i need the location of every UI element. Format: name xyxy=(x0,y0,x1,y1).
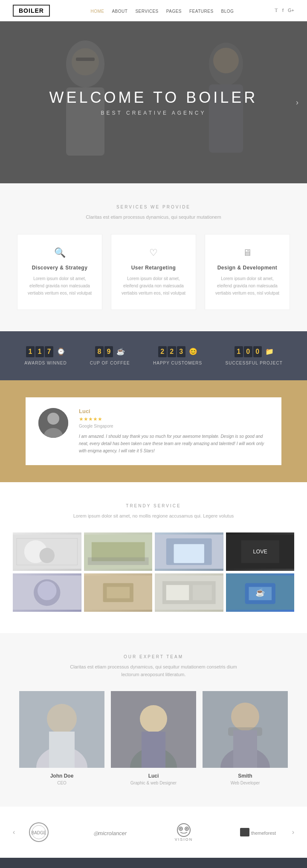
testimonial-text: I am amazed. I should say thank you so m… xyxy=(79,433,269,454)
social-icons: 𝕋 f G+ xyxy=(275,8,294,13)
hero-section: WELCOME TO BOILER BEST CREATIVE AGENCY › xyxy=(0,21,307,183)
counter-projects-digits: 1 0 0 xyxy=(235,346,262,357)
logo[interactable]: BOILER xyxy=(13,5,50,17)
service-title-1: Discovery & Strategy xyxy=(26,265,93,271)
counter-digit: 9 xyxy=(104,346,113,357)
counter-awards-digits: 1 1 7 xyxy=(26,346,53,357)
client-logo-3: VISION xyxy=(171,822,197,843)
gallery-item-4[interactable]: LOVE xyxy=(226,532,295,571)
services-section: SERVICES WE PROVIDE Claritas est etiam p… xyxy=(0,183,307,331)
counter-coffee-label: Cup Of Coffee xyxy=(90,361,130,365)
svg-text:BADGE: BADGE xyxy=(32,830,46,835)
gallery-item-3[interactable] xyxy=(155,532,223,571)
client-logo-4: themeforest xyxy=(240,826,278,839)
team-cards: John Doe CEO Luci Graphic & web Designer xyxy=(13,691,294,785)
client-logo-2: ◎microlancer xyxy=(93,826,127,839)
nav-pages[interactable]: PAGES xyxy=(166,9,182,14)
hero-content: WELCOME TO BOILER BEST CREATIVE AGENCY xyxy=(49,89,258,116)
hero-arrow-icon[interactable]: › xyxy=(296,98,298,107)
counter-digit: 8 xyxy=(95,346,104,357)
team-name-2: Luci xyxy=(111,773,196,779)
service-card-1: 🔍 Discovery & Strategy Lorem ipsum dolor… xyxy=(17,234,102,310)
trendy-section: TRENDY SERVICE Lorem ipsum dolor sit ame… xyxy=(0,482,307,634)
team-card-1: John Doe CEO xyxy=(19,691,104,785)
gallery-item-5[interactable] xyxy=(13,573,81,612)
team-card-2: Luci Graphic & web Designer xyxy=(111,691,196,785)
svg-rect-34 xyxy=(193,585,212,600)
client-logo-1: BADGE xyxy=(28,822,49,843)
team-desc: Claritas est etiam processus dynamicus, … xyxy=(68,663,239,678)
nav-home[interactable]: HOME xyxy=(90,9,104,14)
svg-rect-33 xyxy=(166,585,189,600)
team-role-2: Graphic & web Designer xyxy=(111,781,196,785)
nav-about[interactable]: ABOUT xyxy=(112,9,127,14)
svg-text:VISION: VISION xyxy=(175,837,193,842)
svg-point-10 xyxy=(47,413,59,425)
gallery-item-6[interactable] xyxy=(84,573,153,612)
twitter-icon[interactable]: 𝕋 xyxy=(275,8,278,13)
counter-awards-display: 1 1 7 ⌚ xyxy=(24,346,67,357)
counter-icon: ☕ xyxy=(116,347,125,356)
testimonial-card: Luci ★★★★★ Google Singapore I am amazed.… xyxy=(26,397,281,465)
svg-point-59 xyxy=(180,828,182,830)
nav-features[interactable]: FEATURES xyxy=(189,9,214,14)
clients-section: ‹ BADGE ◎microlancer VISIO xyxy=(0,807,307,858)
team-role-3: Web Developer xyxy=(203,781,288,785)
services-desc: Claritas est etiam processus dynamicus, … xyxy=(68,214,239,221)
testimonial-section: Luci ★★★★★ Google Singapore I am amazed.… xyxy=(0,380,307,482)
client-logo-icon-2: ◎microlancer xyxy=(93,826,127,839)
testimonial-location: Google Singapore xyxy=(79,424,269,428)
svg-text:☕: ☕ xyxy=(255,588,265,597)
gallery-item-1[interactable] xyxy=(13,532,81,571)
newsletter-section: STAY WITH OUR NEWSLETTER SUBSCRIBE xyxy=(0,858,307,868)
service-text-2: Lorem ipsum dolor sit amet, eleifend gra… xyxy=(120,275,187,297)
gallery-grid: LOVE ☕ xyxy=(13,532,294,612)
team-role-1: CEO xyxy=(19,781,104,785)
service-icon-1: 🔍 xyxy=(26,247,93,258)
svg-rect-21 xyxy=(174,544,204,563)
counter-icon: ⌚ xyxy=(57,347,65,356)
counter-coffee-display: 8 9 ☕ xyxy=(90,346,130,357)
clients-logos: BADGE ◎microlancer VISION xyxy=(15,822,292,843)
service-card-2: ♡ User Retargeting Lorem ipsum dolor sit… xyxy=(111,234,196,310)
counter-section: 1 1 7 ⌚ Awards Winned 8 9 ☕ Cup Of Coffe… xyxy=(0,331,307,380)
team-photo-1 xyxy=(19,691,104,768)
nav-links: HOME ABOUT SERVICES PAGES FEATURES BLOG xyxy=(90,7,234,14)
svg-text:LOVE: LOVE xyxy=(253,549,267,555)
service-icon-2: ♡ xyxy=(120,247,187,258)
svg-point-14 xyxy=(39,548,55,563)
client-logo-icon-1: BADGE xyxy=(28,822,49,843)
svg-text:◎microlancer: ◎microlancer xyxy=(93,830,127,836)
avatar-image xyxy=(38,408,68,438)
counter-customers-label: Happy Customers xyxy=(153,361,202,365)
service-icon-3: 🖥 xyxy=(214,247,281,258)
team-name-1: John Doe xyxy=(19,773,104,779)
nav-blog[interactable]: BLOG xyxy=(221,9,234,14)
hero-title: WELCOME TO BOILER xyxy=(49,89,258,107)
services-tag: SERVICES WE PROVIDE xyxy=(13,205,294,209)
counter-digit: 1 xyxy=(26,346,35,357)
gallery-item-8[interactable]: ☕ xyxy=(226,573,295,612)
counter-coffee: 8 9 ☕ Cup Of Coffee xyxy=(90,346,130,365)
facebook-icon[interactable]: f xyxy=(282,8,284,13)
team-card-3: Smith Web Developer xyxy=(203,691,288,785)
svg-rect-30 xyxy=(107,587,130,599)
counter-digit: 1 xyxy=(35,346,44,357)
testimonial-avatar xyxy=(38,408,68,438)
counter-digit: 1 xyxy=(235,346,243,357)
counter-digit: 3 xyxy=(177,346,185,357)
gallery-item-7[interactable] xyxy=(155,573,223,612)
clients-next-arrow[interactable]: › xyxy=(292,828,294,836)
svg-rect-46 xyxy=(142,732,165,768)
nav-services[interactable]: SERVICES xyxy=(135,9,158,14)
googleplus-icon[interactable]: G+ xyxy=(288,8,294,13)
gallery-item-2[interactable] xyxy=(84,532,153,571)
counter-digit: 7 xyxy=(45,346,53,357)
trendy-desc: Lorem ipsum dolor sit amet, no mollis re… xyxy=(68,512,239,520)
counter-awards-label: Awards Winned xyxy=(24,361,67,365)
svg-point-60 xyxy=(186,828,188,830)
svg-rect-62 xyxy=(240,828,249,836)
team-photo-3 xyxy=(203,691,288,768)
client-logo-icon-3: VISION xyxy=(171,822,197,843)
svg-point-48 xyxy=(231,703,259,731)
